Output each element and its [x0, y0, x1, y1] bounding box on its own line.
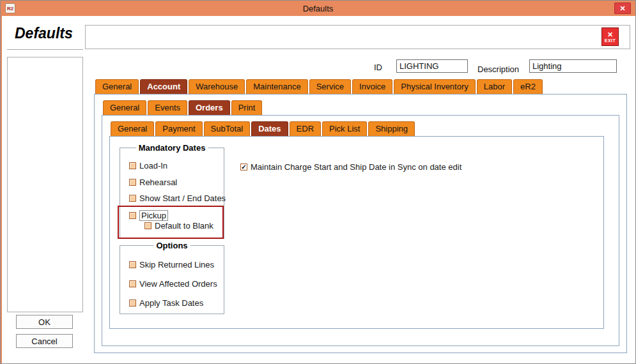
- rehearsal-checkbox[interactable]: [129, 179, 136, 186]
- description-label: Description: [477, 64, 519, 74]
- tab3-shipping[interactable]: Shipping: [368, 121, 415, 136]
- tab2-general[interactable]: General: [103, 100, 146, 115]
- tab-er2[interactable]: eR2: [513, 79, 543, 94]
- checkbox-row-load-in[interactable]: Load-In: [129, 161, 167, 171]
- default-to-blank-label: Default to Blank: [155, 221, 213, 231]
- exit-x-icon: ✕: [607, 31, 613, 38]
- description-input[interactable]: [529, 59, 617, 73]
- tab2-print[interactable]: Print: [231, 100, 263, 115]
- checkbox-row-pickup[interactable]: Pickup: [129, 210, 168, 221]
- window-title: Defaults: [303, 4, 334, 13]
- tab3-subtotal[interactable]: SubTotal: [204, 121, 251, 136]
- header-strip: [85, 25, 630, 49]
- checkbox-row-maintain-sync[interactable]: ✓ Maintain Charge Start and Ship Date in…: [240, 162, 461, 172]
- view-affected-checkbox[interactable]: [129, 280, 136, 287]
- apply-task-dates-label: Apply Task Dates: [139, 298, 203, 308]
- tab-service[interactable]: Service: [309, 79, 351, 94]
- load-in-checkbox[interactable]: [129, 162, 136, 169]
- page-title: Defaults: [15, 25, 73, 42]
- left-list-panel: [7, 57, 83, 312]
- checkbox-row-show-start-end[interactable]: Show Start / End Dates: [129, 193, 226, 203]
- load-in-label: Load-In: [139, 161, 167, 171]
- tab-general[interactable]: General: [95, 79, 139, 94]
- close-button[interactable]: ✕: [614, 3, 631, 14]
- tab3-payment[interactable]: Payment: [155, 121, 202, 136]
- checkbox-row-default-to-blank[interactable]: Default to Blank: [144, 221, 213, 231]
- cancel-button[interactable]: Cancel: [16, 334, 73, 348]
- tab2-orders[interactable]: Orders: [189, 100, 230, 115]
- options-legend: Options: [153, 241, 190, 250]
- ok-button[interactable]: OK: [16, 315, 73, 329]
- heading-divider: [7, 49, 83, 50]
- checkbox-row-skip-returned[interactable]: Skip Returned Lines: [129, 260, 214, 269]
- checkbox-row-view-affected[interactable]: View Affected Orders: [129, 279, 217, 289]
- exit-label: EXIT: [605, 38, 616, 43]
- pickup-checkbox[interactable]: [129, 212, 136, 219]
- rehearsal-label: Rehearsal: [139, 178, 177, 187]
- tab-row-main: General Account Warehouse Maintenance Se…: [95, 79, 543, 94]
- tab3-pick-list[interactable]: Pick List: [322, 121, 367, 136]
- id-input[interactable]: [396, 59, 468, 73]
- checkbox-row-rehearsal[interactable]: Rehearsal: [129, 178, 177, 187]
- tab2-events[interactable]: Events: [148, 100, 187, 115]
- exit-button[interactable]: ✕ EXIT: [601, 27, 619, 46]
- id-label: ID: [374, 63, 382, 72]
- mandatory-dates-legend: Mandatory Dates: [136, 143, 208, 153]
- mandatory-dates-group: Mandatory Dates Load-In Rehearsal Show S…: [120, 148, 224, 239]
- defaults-window: R2 Defaults ✕ Defaults OK Cancel ✕ EXIT …: [0, 0, 636, 364]
- skip-returned-checkbox[interactable]: [129, 261, 136, 268]
- default-to-blank-checkbox[interactable]: [144, 222, 151, 229]
- maintain-sync-checkbox[interactable]: ✓: [240, 163, 247, 171]
- tab-row-account: General Events Orders Print: [103, 100, 262, 115]
- checkbox-row-apply-task-dates[interactable]: Apply Task Dates: [129, 298, 203, 308]
- tab3-dates[interactable]: Dates: [251, 121, 288, 136]
- pickup-label: Pickup: [139, 210, 168, 221]
- tab-account[interactable]: Account: [140, 79, 187, 94]
- tab-warehouse[interactable]: Warehouse: [189, 79, 245, 94]
- skip-returned-label: Skip Returned Lines: [139, 260, 214, 269]
- show-start-end-checkbox[interactable]: [129, 195, 136, 202]
- maintain-sync-label: Maintain Charge Start and Ship Date in S…: [251, 162, 461, 172]
- tab-invoice[interactable]: Invoice: [352, 79, 392, 94]
- tab-maintenance[interactable]: Maintenance: [246, 79, 307, 94]
- title-bar: R2 Defaults ✕: [1, 1, 635, 16]
- view-affected-label: View Affected Orders: [139, 279, 217, 289]
- tab-row-orders: General Payment SubTotal Dates EDR Pick …: [111, 121, 415, 136]
- options-group: Options Skip Returned Lines View Affecte…: [120, 245, 224, 314]
- tab-labor[interactable]: Labor: [477, 79, 512, 94]
- tab-physical-inventory[interactable]: Physical Inventory: [394, 79, 476, 94]
- tab3-edr[interactable]: EDR: [290, 121, 321, 136]
- apply-task-dates-checkbox[interactable]: [129, 300, 136, 307]
- tab3-general[interactable]: General: [111, 121, 154, 136]
- app-icon[interactable]: R2: [5, 3, 15, 13]
- show-start-end-label: Show Start / End Dates: [139, 193, 226, 203]
